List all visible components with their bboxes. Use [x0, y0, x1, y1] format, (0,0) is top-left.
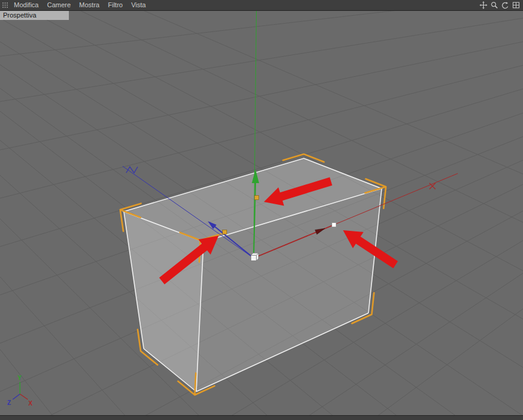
toggle-layout-icon[interactable] — [512, 1, 521, 10]
zoom-view-icon[interactable] — [490, 1, 499, 10]
toggle-layout-glyph — [512, 1, 520, 9]
pan-icon-glyph — [480, 1, 487, 9]
rotate-view-icon[interactable] — [501, 1, 510, 10]
pan-view-icon[interactable] — [479, 1, 488, 10]
bottom-panel-edge — [0, 415, 523, 420]
orientation-z-label: Z — [7, 399, 11, 406]
x-axis-handle[interactable] — [332, 223, 336, 227]
menu-item-modifica[interactable]: Modifica — [10, 0, 43, 10]
y-axis-handle[interactable] — [255, 196, 259, 200]
menu-item-mostra[interactable]: Mostra — [75, 0, 104, 10]
grip-dots — [2, 2, 8, 8]
viewport-canvas[interactable]: Y Z X — [0, 11, 523, 415]
viewport-name-tab[interactable]: Prospettiva — [0, 11, 69, 20]
orientation-y-label: Y — [18, 375, 22, 381]
zoom-icon-glyph — [490, 1, 498, 9]
z-axis-handle[interactable] — [223, 230, 227, 234]
cinema4d-window: Modifica Camere Mostra Filtro Vista — [0, 0, 523, 420]
orientation-x-label: X — [28, 400, 33, 407]
viewport-menu-bar: Modifica Camere Mostra Filtro Vista — [0, 0, 523, 11]
axis-center-cube-front — [251, 256, 257, 261]
axis-center-handle[interactable] — [251, 253, 259, 261]
menu-grip-icon[interactable] — [0, 0, 10, 10]
3d-viewport[interactable]: Y Z X Prospettiva — [0, 11, 523, 415]
rotate-icon-glyph — [501, 1, 509, 9]
menu-item-vista[interactable]: Vista — [127, 0, 150, 10]
view-control-icons — [479, 1, 523, 10]
menu-item-filtro[interactable]: Filtro — [104, 0, 127, 10]
menu-item-camere[interactable]: Camere — [43, 0, 75, 10]
